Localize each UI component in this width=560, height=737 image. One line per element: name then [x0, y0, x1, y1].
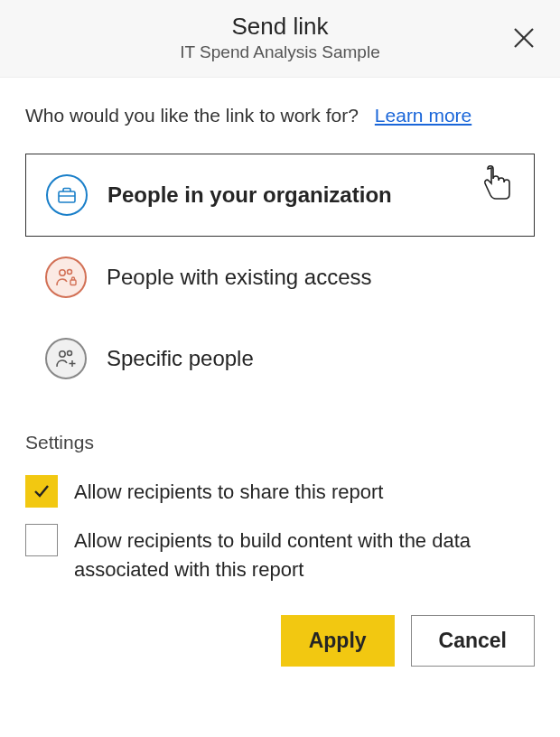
- cancel-button[interactable]: Cancel: [411, 615, 535, 667]
- setting-label: Allow recipients to share this report: [74, 475, 383, 507]
- dialog-actions: Apply Cancel: [25, 615, 535, 667]
- svg-point-8: [68, 351, 72, 356]
- svg-point-5: [68, 270, 72, 275]
- link-scope-options: People in your organization People with …: [25, 154, 535, 399]
- option-specific-people[interactable]: Specific people: [25, 318, 535, 399]
- svg-rect-6: [70, 280, 76, 285]
- setting-allow-build: Allow recipients to build content with t…: [25, 524, 535, 584]
- dialog-subtitle: IT Spend Analysis Sample: [18, 42, 542, 62]
- prompt-text: Who would you like the link to work for?: [25, 105, 359, 126]
- close-icon: [512, 26, 536, 50]
- dialog-header: Send link IT Spend Analysis Sample: [0, 0, 560, 78]
- setting-label: Allow recipients to build content with t…: [74, 524, 535, 584]
- close-button[interactable]: [508, 22, 540, 54]
- checkmark-icon: [32, 481, 51, 501]
- option-people-in-organization[interactable]: People in your organization: [25, 154, 535, 237]
- people-lock-icon: [45, 257, 87, 298]
- dialog-title: Send link: [18, 13, 542, 41]
- option-people-existing-access[interactable]: People with existing access: [25, 237, 535, 318]
- setting-allow-share: Allow recipients to share this report: [25, 475, 535, 508]
- checkbox-allow-build[interactable]: [25, 524, 58, 556]
- checkbox-allow-share[interactable]: [25, 475, 58, 508]
- option-label: People in your organization: [107, 182, 392, 208]
- prompt-row: Who would you like the link to work for?…: [25, 105, 535, 126]
- briefcase-icon: [46, 174, 88, 216]
- learn-more-link[interactable]: Learn more: [375, 105, 471, 126]
- dialog-body: Who would you like the link to work for?…: [0, 78, 560, 685]
- svg-rect-2: [59, 191, 75, 202]
- svg-point-7: [60, 351, 65, 357]
- settings-heading: Settings: [25, 432, 535, 453]
- people-plus-icon: [45, 338, 87, 379]
- apply-button[interactable]: Apply: [281, 615, 395, 667]
- pointer-cursor-icon: [478, 162, 516, 209]
- option-label: People with existing access: [107, 265, 371, 290]
- svg-point-4: [60, 270, 65, 275]
- option-label: Specific people: [107, 346, 254, 371]
